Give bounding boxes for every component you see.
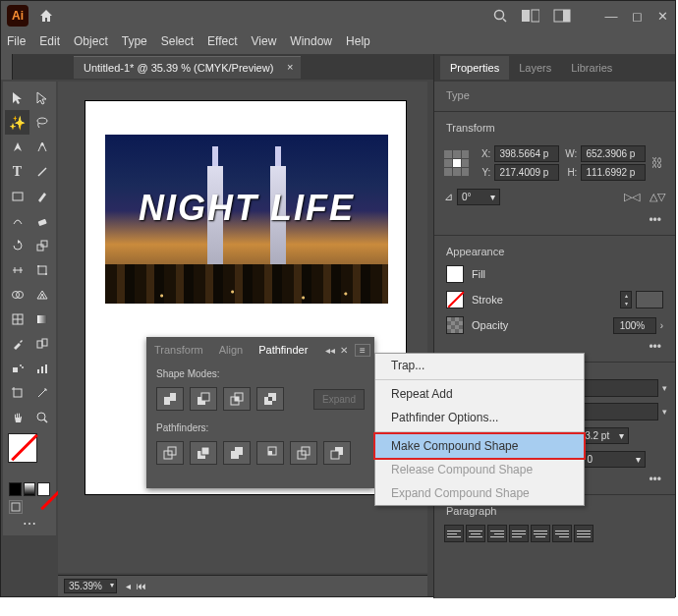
tab-properties[interactable]: Properties xyxy=(440,56,509,80)
tab-libraries[interactable]: Libraries xyxy=(561,56,622,80)
workspace-switcher-icon[interactable] xyxy=(553,9,571,23)
selection-tool[interactable] xyxy=(5,85,29,110)
fill-stroke-swatches[interactable] xyxy=(8,433,51,476)
rotate-tool[interactable] xyxy=(5,233,29,257)
link-wh-icon[interactable]: ⛓ xyxy=(650,156,665,170)
justify-left-button[interactable] xyxy=(509,525,529,542)
curvature-tool[interactable] xyxy=(29,135,54,159)
reference-point-widget[interactable] xyxy=(444,150,469,176)
shaper-tool[interactable] xyxy=(5,208,29,233)
magic-wand-tool[interactable]: ✨ xyxy=(5,110,29,135)
expand-button[interactable]: Expand xyxy=(313,389,365,410)
canvas[interactable]: NIGHT LIFE xyxy=(58,82,427,573)
search-icon[interactable] xyxy=(492,8,508,24)
symbol-sprayer-tool[interactable] xyxy=(5,356,29,380)
width-tool[interactable] xyxy=(5,257,29,282)
justify-right-button[interactable] xyxy=(552,525,572,542)
edit-toolbar-icon[interactable]: ⋯ xyxy=(5,516,54,532)
menu-type[interactable]: Type xyxy=(122,34,147,48)
panel-collapse-icon[interactable]: ◂◂ xyxy=(323,345,337,356)
menu-item-pathfinder-options[interactable]: Pathfinder Options... xyxy=(375,406,584,429)
panel-close-icon[interactable]: ✕ xyxy=(337,345,351,356)
outline-button[interactable] xyxy=(290,441,317,465)
stroke-color-swatch[interactable] xyxy=(446,291,464,308)
gradient-tool[interactable] xyxy=(29,307,54,331)
menu-view[interactable]: View xyxy=(252,34,277,48)
flip-horizontal-icon[interactable]: ▷◁ xyxy=(624,191,640,203)
eraser-tool[interactable] xyxy=(29,208,54,233)
rotate-input[interactable]: 0°▾ xyxy=(457,189,500,205)
lasso-tool[interactable] xyxy=(29,110,54,135)
direct-selection-tool[interactable] xyxy=(29,85,54,110)
unite-button[interactable] xyxy=(156,387,184,411)
align-right-button[interactable] xyxy=(487,525,507,542)
zoom-tool[interactable] xyxy=(29,405,54,429)
panel-tab-pathfinder[interactable]: Pathfinder xyxy=(251,338,315,362)
gradient-mode-icon[interactable] xyxy=(24,482,36,496)
panel-tab-align[interactable]: Align xyxy=(211,338,251,362)
w-input[interactable]: 652.3906 p xyxy=(581,145,646,162)
artboard-nav-first-icon[interactable]: ⏮ xyxy=(134,581,149,591)
line-tool[interactable] xyxy=(29,159,54,184)
artboard-nav-prev-icon[interactable]: ◂ xyxy=(123,581,134,591)
menu-select[interactable]: Select xyxy=(161,34,194,48)
home-icon[interactable] xyxy=(36,6,56,26)
menu-item-trap[interactable]: Trap... xyxy=(375,354,584,377)
menu-help[interactable]: Help xyxy=(346,34,370,48)
flip-vertical-icon[interactable]: △▽ xyxy=(650,191,665,203)
align-left-button[interactable] xyxy=(444,525,464,542)
x-input[interactable]: 398.5664 p xyxy=(494,145,559,162)
minimize-button[interactable]: — xyxy=(604,9,618,23)
tracking-input[interactable]: 0▾ xyxy=(583,451,646,468)
minus-back-button[interactable] xyxy=(323,441,351,465)
menu-file[interactable]: File xyxy=(7,34,26,48)
menu-window[interactable]: Window xyxy=(290,34,332,48)
opacity-input[interactable]: 100% xyxy=(613,317,656,334)
control-bar-collapse[interactable] xyxy=(1,54,13,80)
opacity-swatch[interactable] xyxy=(446,316,464,334)
blend-tool[interactable] xyxy=(29,331,54,356)
exclude-button[interactable] xyxy=(256,387,284,411)
h-input[interactable]: 111.6992 p xyxy=(581,164,646,181)
none-mode-icon[interactable] xyxy=(37,482,50,496)
screen-mode-icon[interactable] xyxy=(9,500,23,514)
pen-tool[interactable] xyxy=(5,135,29,159)
justify-all-button[interactable] xyxy=(574,525,593,542)
type-tool[interactable]: T xyxy=(5,159,29,184)
scale-tool[interactable] xyxy=(29,233,54,257)
perspective-tool[interactable] xyxy=(29,282,54,307)
slice-tool[interactable] xyxy=(29,380,54,405)
merge-button[interactable] xyxy=(223,441,251,465)
tab-layers[interactable]: Layers xyxy=(509,56,561,80)
y-input[interactable]: 217.4009 p xyxy=(494,164,559,181)
fill-color-swatch[interactable] xyxy=(446,265,464,283)
divide-button[interactable] xyxy=(156,441,184,465)
graph-tool[interactable] xyxy=(29,356,54,380)
menu-object[interactable]: Object xyxy=(74,34,108,48)
shape-builder-tool[interactable] xyxy=(5,282,29,307)
close-button[interactable]: ✕ xyxy=(655,9,669,23)
trim-button[interactable] xyxy=(190,441,217,465)
eyedropper-tool[interactable] xyxy=(5,331,29,356)
free-transform-tool[interactable] xyxy=(29,257,54,282)
crop-button[interactable] xyxy=(256,441,284,465)
transform-more-icon[interactable]: ••• xyxy=(434,211,675,233)
maximize-button[interactable]: ◻ xyxy=(630,9,644,23)
color-mode-icon[interactable] xyxy=(9,482,22,496)
artboard-tool[interactable] xyxy=(5,380,29,405)
menu-effect[interactable]: Effect xyxy=(207,34,237,48)
menu-item-repeat-add[interactable]: Repeat Add xyxy=(375,382,584,406)
opacity-flyout-icon[interactable]: › xyxy=(660,320,663,331)
stroke-swatch[interactable] xyxy=(8,433,37,463)
document-tab[interactable]: Untitled-1* @ 35.39 % (CMYK/Preview) × xyxy=(74,56,301,79)
stroke-weight-dropdown[interactable] xyxy=(636,291,663,308)
justify-center-button[interactable] xyxy=(531,525,550,542)
panel-tab-transform[interactable]: Transform xyxy=(146,338,211,362)
minus-front-button[interactable] xyxy=(190,387,217,411)
tab-close-icon[interactable]: × xyxy=(287,61,293,73)
hand-tool[interactable] xyxy=(5,405,29,429)
rectangle-tool[interactable] xyxy=(5,184,29,208)
mesh-tool[interactable] xyxy=(5,307,29,331)
menu-item-make-compound-shape[interactable]: Make Compound Shape xyxy=(373,432,586,460)
zoom-dropdown[interactable]: 35.39% xyxy=(64,579,117,593)
